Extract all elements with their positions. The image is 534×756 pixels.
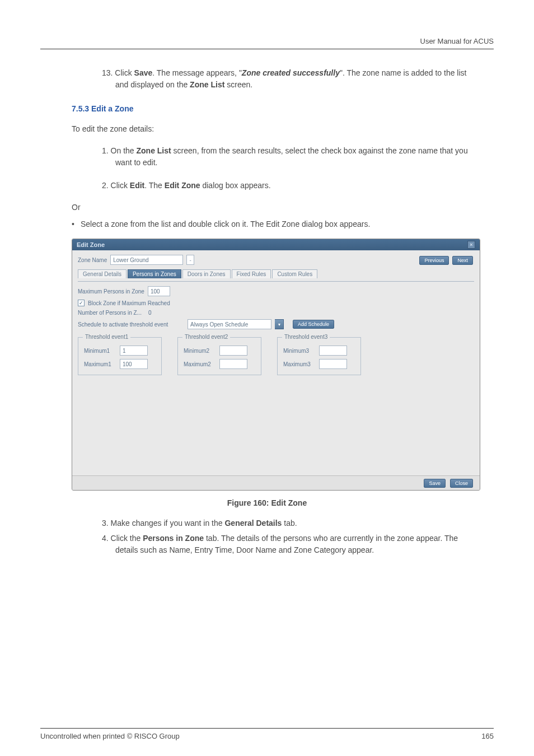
- dialog-close-button[interactable]: Close: [450, 479, 473, 488]
- num-persons-value: 0: [148, 310, 152, 316]
- bullet-dot: •: [72, 220, 81, 228]
- block-zone-label: Block Zone if Maximum Reached: [88, 300, 170, 306]
- tab-underline: [78, 281, 474, 282]
- threshold1-min-label: Minimum1: [84, 348, 116, 354]
- step13-post: screen.: [224, 80, 252, 89]
- tab-fixed-rules[interactable]: Fixed Rules: [232, 269, 271, 278]
- step13-save: Save: [134, 68, 153, 77]
- threshold2-max-label: Maximum2: [184, 361, 216, 367]
- schedule-select[interactable]: Always Open Schedule: [188, 319, 271, 329]
- step1-pre: 1. On the: [102, 146, 136, 155]
- threshold2-max-input[interactable]: [219, 359, 247, 369]
- add-schedule-button[interactable]: Add Schedule: [293, 320, 334, 329]
- threshold-event3-group: Threshold event3 Minimum3 Maximum3: [277, 337, 361, 375]
- dialog-title: Edit Zone: [77, 241, 105, 248]
- section-edit-a-zone: 7.5.3 Edit a Zone: [72, 104, 494, 113]
- num-persons-label: Number of Persons in Z...: [78, 310, 142, 316]
- zone-name-extra-input[interactable]: -: [186, 255, 194, 265]
- edit-zone-dialog: Edit Zone × Zone Name Lower Ground - Pre…: [72, 239, 480, 491]
- threshold3-min-label: Minimum3: [283, 348, 316, 354]
- step-3: 3. Make changes if you want in the Gener…: [102, 517, 480, 529]
- threshold-event2-group: Threshold event2 Minimum2 Maximum2: [177, 337, 261, 375]
- schedule-label: Schedule to activate threshold event: [78, 321, 184, 328]
- step2-editzone: Edit Zone: [165, 181, 200, 190]
- next-button[interactable]: Next: [452, 256, 473, 265]
- max-persons-input[interactable]: 100: [148, 286, 170, 296]
- step3-bold: General Details: [224, 519, 282, 528]
- step3-pre: 3. Make changes if you want in the: [102, 519, 224, 528]
- step4-pre: 4. Click the: [102, 534, 143, 543]
- or-text: Or: [72, 203, 480, 212]
- figure-caption: Figure 160: Edit Zone: [40, 498, 494, 507]
- step13-msg: Zone created successfully: [242, 68, 340, 77]
- close-icon[interactable]: ×: [467, 241, 475, 249]
- threshold1-legend: Threshold event1: [83, 334, 130, 340]
- threshold3-legend: Threshold event3: [282, 334, 330, 340]
- header-rule: [40, 49, 494, 49]
- step1-zonelist: Zone List: [136, 146, 171, 155]
- footer-left: Uncontrolled when printed © RISCO Group: [40, 732, 180, 740]
- threshold-event1-group: Threshold event1 Minimum11 Maximum1100: [78, 337, 162, 375]
- step-13: 13. Click Save. The message appears, "Zo…: [102, 67, 480, 91]
- intro-text: To edit the zone details:: [72, 123, 480, 135]
- tab-persons-in-zones[interactable]: Persons in Zones: [128, 269, 181, 278]
- tab-general-details[interactable]: General Details: [78, 269, 127, 278]
- page-header-title: User Manual for ACUS: [40, 20, 494, 49]
- zone-name-label: Zone Name: [78, 257, 107, 263]
- step-4: 4. Click the Persons in Zone tab. The de…: [102, 533, 480, 556]
- threshold2-min-label: Minimum2: [184, 348, 216, 354]
- step13-mid1: . The message appears, ": [152, 68, 242, 77]
- chevron-down-icon[interactable]: ▾: [275, 319, 284, 329]
- tab-strip: General Details Persons in Zones Doors i…: [78, 269, 474, 278]
- threshold3-max-label: Maximum3: [283, 361, 316, 367]
- step2-mid: . The: [144, 181, 165, 190]
- step3-post: tab.: [282, 519, 297, 528]
- threshold3-min-input[interactable]: [319, 346, 347, 356]
- bullet-line: •Select a zone from the list and double …: [72, 220, 480, 228]
- step4-bold: Persons in Zone: [143, 534, 204, 543]
- step13-pre: 13. Click: [102, 68, 134, 77]
- max-persons-label: Maximum Persons in Zone: [78, 288, 144, 295]
- zone-name-input[interactable]: Lower Ground: [110, 255, 183, 265]
- bullet-text: Select a zone from the list and double c…: [81, 220, 370, 228]
- step2-pre: 2. Click: [102, 181, 130, 190]
- step-2: 2. Click Edit. The Edit Zone dialog box …: [102, 180, 480, 192]
- tab-custom-rules[interactable]: Custom Rules: [272, 269, 317, 278]
- step13-zonelist: Zone List: [190, 80, 224, 89]
- threshold1-max-label: Maximum1: [84, 361, 116, 367]
- dialog-save-button[interactable]: Save: [424, 479, 446, 488]
- threshold1-max-input[interactable]: 100: [120, 359, 148, 369]
- threshold2-legend: Threshold event2: [182, 334, 230, 340]
- step2-edit: Edit: [130, 181, 144, 190]
- block-zone-checkbox[interactable]: ✓: [78, 300, 85, 306]
- tab-doors-in-zones[interactable]: Doors in Zones: [182, 269, 231, 278]
- footer-page-number: 165: [481, 732, 494, 740]
- threshold2-min-input[interactable]: [219, 346, 247, 356]
- threshold3-max-input[interactable]: [319, 359, 347, 369]
- threshold1-min-input[interactable]: 1: [120, 346, 148, 356]
- previous-button[interactable]: Previous: [419, 256, 449, 265]
- step-1: 1. On the Zone List screen, from the sea…: [102, 145, 480, 169]
- step2-post: dialog box appears.: [200, 181, 271, 190]
